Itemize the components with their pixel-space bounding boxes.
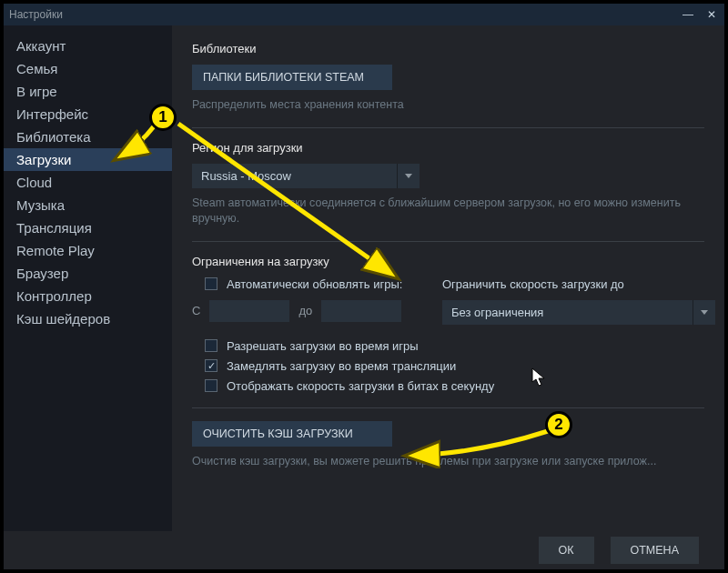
checkbox-label: Замедлять загрузку во время трансляции (227, 359, 456, 373)
divider (192, 407, 704, 408)
sidebar-item-broadcast[interactable]: Трансляция (4, 216, 172, 239)
chevron-down-icon (693, 300, 715, 325)
download-region-select[interactable]: Russia - Moscow (192, 164, 420, 188)
cursor-icon (531, 367, 548, 387)
allow-download-during-gameplay-checkbox[interactable] (205, 339, 217, 352)
sidebar-item-label: Кэш шейдеров (16, 311, 110, 327)
sidebar-item-ingame[interactable]: В игре (4, 80, 172, 103)
ok-button[interactable]: ОК (539, 537, 594, 564)
sidebar-item-interface[interactable]: Интерфейс (4, 103, 172, 126)
sidebar-item-label: Remote Play (16, 243, 95, 258)
helper-text: Очистив кэш загрузки, вы можете решить п… (192, 454, 704, 469)
window-title: Настройки (9, 8, 63, 21)
chevron-down-icon (398, 164, 420, 188)
section-download-restrictions: Ограничения на загрузку Автоматически об… (192, 255, 704, 393)
divider (192, 241, 704, 242)
download-limit-select[interactable]: Без ограничения (442, 300, 715, 325)
clear-download-cache-button[interactable]: ОЧИСТИТЬ КЭШ ЗАГРУЗКИ (192, 421, 392, 447)
sidebar-item-label: В игре (16, 84, 57, 99)
checkbox-label: Разрешать загрузки во время игры (227, 339, 419, 353)
titlebar: Настройки — ✕ (4, 4, 724, 25)
sidebar-item-label: Семья (16, 61, 57, 76)
section-title: Регион для загрузки (192, 141, 704, 155)
checkbox-label: Автоматически обновлять игры: (227, 277, 402, 291)
sidebar-item-label: Загрузки (16, 152, 71, 167)
section-download-region: Регион для загрузки Russia - Moscow Stea… (192, 141, 704, 226)
section-title: Ограничения на загрузку (192, 255, 704, 268)
sidebar-item-label: Музыка (16, 197, 65, 213)
section-title: Библиотеки (192, 42, 704, 55)
sidebar-item-label: Браузер (16, 266, 68, 281)
time-from-input[interactable] (209, 300, 289, 322)
sidebar-item-remoteplay[interactable]: Remote Play (4, 239, 172, 262)
sidebar-item-shadercache[interactable]: Кэш шейдеров (4, 307, 172, 330)
sidebar-item-library[interactable]: Библиотека (4, 126, 172, 148)
minimize-icon[interactable]: — (681, 7, 695, 22)
cancel-button[interactable]: ОТМЕНА (611, 537, 699, 564)
settings-window: Настройки — ✕ Аккаунт Семья В игре Интер… (0, 0, 728, 573)
helper-text: Steam автоматически соединяется с ближай… (192, 196, 704, 226)
from-label: С (192, 304, 200, 317)
steam-library-folders-button[interactable]: ПАПКИ БИБЛИОТЕКИ STEAM (192, 65, 392, 90)
sidebar-item-account[interactable]: Аккаунт (4, 35, 172, 57)
close-icon[interactable]: ✕ (704, 7, 719, 22)
checkbox-label: Отображать скорость загрузки в битах в с… (227, 379, 494, 393)
helper-text: Распределить места хранения контента (192, 97, 704, 113)
sidebar: Аккаунт Семья В игре Интерфейс Библиотек… (4, 25, 172, 531)
sidebar-item-controller[interactable]: Контроллер (4, 285, 172, 307)
throttle-during-stream-checkbox[interactable] (205, 359, 217, 372)
select-value: Без ограничения (442, 300, 693, 325)
to-label: до (298, 304, 312, 317)
sidebar-item-label: Интерфейс (16, 106, 88, 122)
sidebar-item-downloads[interactable]: Загрузки (4, 148, 172, 171)
sidebar-item-label: Трансляция (16, 220, 92, 236)
sidebar-item-label: Контроллер (16, 288, 92, 304)
sidebar-item-family[interactable]: Семья (4, 57, 172, 80)
sidebar-item-browser[interactable]: Браузер (4, 262, 172, 285)
annotation-badge-2: 2 (545, 411, 572, 438)
show-bits-checkbox[interactable] (205, 379, 217, 392)
window-controls: — ✕ (681, 7, 719, 22)
sidebar-item-cloud[interactable]: Cloud (4, 171, 172, 194)
select-value: Russia - Moscow (192, 164, 398, 188)
sidebar-item-music[interactable]: Музыка (4, 194, 172, 216)
sidebar-item-label: Библиотека (16, 129, 91, 145)
sidebar-item-label: Аккаунт (16, 38, 66, 54)
dialog-footer: ОК ОТМЕНА (4, 531, 724, 569)
time-to-input[interactable] (321, 300, 401, 322)
sidebar-item-label: Cloud (16, 175, 52, 190)
annotation-badge-1: 1 (149, 104, 177, 131)
limit-download-label: Ограничить скорость загрузки до (442, 277, 715, 291)
divider (192, 127, 704, 128)
content-pane: Библиотеки ПАПКИ БИБЛИОТЕКИ STEAM Распре… (172, 25, 724, 531)
auto-update-checkbox[interactable] (205, 277, 217, 290)
section-libraries: Библиотеки ПАПКИ БИБЛИОТЕКИ STEAM Распре… (192, 42, 704, 113)
section-clear-cache: ОЧИСТИТЬ КЭШ ЗАГРУЗКИ Очистив кэш загруз… (192, 421, 704, 469)
